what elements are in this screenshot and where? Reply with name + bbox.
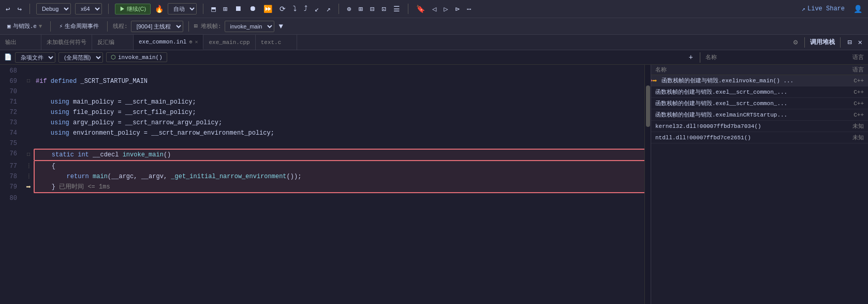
line-content-78: return main(__argc, __argv, _get_initial… [34, 171, 651, 182]
process-dropdown-icon: ▼ [39, 23, 42, 30]
toolbar-icon-16[interactable]: 🔖 [415, 5, 426, 13]
separator-2 [108, 4, 109, 14]
tab-exe-common-plus: ⊕ [189, 39, 192, 45]
live-share-button[interactable]: ↗ Live Share [802, 5, 845, 13]
auto-dropdown[interactable]: 自动 [168, 3, 197, 15]
thread-dropdown[interactable]: [9004] 主线程 [131, 21, 183, 32]
close-panel-icon[interactable]: ✕ [857, 38, 864, 47]
toolbar-icon-13[interactable]: ⊟ [369, 5, 376, 13]
toolbar-icon-11[interactable]: ⊕ [345, 5, 352, 13]
toolbar-icon-5[interactable]: ⏩ [262, 5, 274, 13]
call-stack-list: ➡ ➡ 函数栈帧的创建与销毁.exelinvoke_main() ... C++… [651, 75, 868, 304]
toolbar-icon-2[interactable]: ⊞ [222, 5, 229, 13]
method-breadcrumb[interactable]: ⬡ invoke_main() [106, 52, 167, 62]
toolbar-icon-3[interactable]: ⏹ [233, 5, 243, 13]
account-icon[interactable]: 👤 [852, 5, 864, 13]
stack-dropdown[interactable]: invoke_main [225, 21, 274, 32]
settings-icon[interactable]: ⚙ [792, 38, 799, 47]
gutter-80 [23, 193, 34, 204]
stack-item-2[interactable]: 函数栈帧的创建与销毁.exel__scrt_common_... C++ [651, 98, 868, 109]
toolbar-icon-8[interactable]: ⤴ [302, 5, 309, 13]
stack-item-1[interactable]: 函数栈帧的创建与销毁.exel__scrt_common_... C++ [651, 86, 868, 98]
debug-dropdown[interactable]: Debug [36, 3, 71, 15]
call-stack-title: 调用堆栈 [810, 38, 835, 47]
toolbar-icon-10[interactable]: ↗ [325, 5, 332, 13]
stack-item-4[interactable]: kernel32.dll!00007ffbd7ba7034() 未知 [651, 121, 868, 132]
process-item[interactable]: ▣ 与销毁.e ▼ [4, 21, 45, 31]
tab-no-symbols[interactable]: 未加载任何符号 [41, 35, 92, 50]
gutter-71 [23, 97, 34, 107]
redo-icon[interactable]: ↪ [16, 5, 23, 13]
line-num-80: 80 [0, 193, 23, 204]
live-share-icon: ↗ [802, 5, 805, 13]
line-num-78: 78 [0, 171, 23, 182]
toolbar-icon-19[interactable]: ⊳ [454, 5, 461, 13]
file-dropdown[interactable]: 杂项文件 [15, 52, 55, 63]
collapse-icon-69[interactable]: □ [27, 76, 30, 86]
toolbar-icon-15[interactable]: ☰ [392, 5, 402, 13]
tab-output[interactable]: 输出 [0, 35, 41, 50]
lifecycle-item[interactable]: ⚡ 生命周期事件 [56, 21, 102, 31]
stack-label-text: 堆栈帧: [201, 22, 222, 30]
tab-disasm[interactable]: 反汇编 [92, 35, 134, 50]
toolbar-icon-18[interactable]: ▷ [442, 5, 449, 13]
stack-item-name-5: ntdll.dll!00007ffbd7ce2651() [655, 135, 835, 141]
toolbar-icon-14[interactable]: ⊡ [380, 5, 387, 13]
table-row: 75 [0, 138, 651, 149]
process-icon: ▣ [7, 23, 11, 30]
toolbar-icon-12[interactable]: ⊞ [357, 5, 364, 13]
line-content-72: using file_policy = __scrt_file_policy; [34, 107, 651, 118]
table-row: 78 ┊ return main(__argc, __argv, _get_in… [0, 171, 651, 182]
line-content-73: using argv_policy = __scrt_narrow_argv_p… [34, 118, 651, 128]
table-row: 79 ➡ } 已用时间 <= 1ms [0, 182, 651, 193]
table-row: 68 [0, 66, 651, 76]
scrollbar-thumb[interactable] [646, 85, 650, 127]
line-num-71: 71 [0, 97, 23, 107]
tab-exe-main[interactable]: exe_main.cpp [203, 35, 255, 50]
fire-icon: 🔥 [155, 5, 164, 13]
tab-disasm-label: 反汇编 [97, 38, 114, 46]
tab-exe-common-close[interactable]: ✕ [195, 39, 198, 45]
toolbar-icon-17[interactable]: ◁ [431, 5, 438, 13]
arch-dropdown[interactable]: x64 [75, 3, 102, 15]
code-editor[interactable]: 68 69 □ #if defined _SCRT_STARTUP_MAIN 7… [0, 65, 651, 304]
line-num-73: 73 [0, 118, 23, 128]
scope-dropdown[interactable]: (全局范围) [58, 52, 103, 63]
line-num-69: 69 [0, 76, 23, 86]
breadcrumb-add-icon[interactable]: + [687, 53, 695, 62]
gutter-69: □ [23, 76, 34, 86]
stack-item-name-1: 函数栈帧的创建与销毁.exel__scrt_common_... [655, 88, 835, 96]
stack-item-3[interactable]: 函数栈帧的创建与销毁.exelmainCRTStartup... C++ [651, 109, 868, 121]
continue-button[interactable]: ▶ 继续(C) [115, 4, 151, 15]
tab-exe-common[interactable]: exe_common.inl ⊕ ✕ [134, 35, 203, 50]
stack-item-5[interactable]: ntdll.dll!00007ffbd7ce2651() 未知 [651, 132, 868, 143]
file-icon: 📄 [4, 53, 12, 61]
sep-s3 [188, 21, 189, 32]
tab-exe-main-label: exe_main.cpp [209, 39, 249, 46]
line-content-74: using environment_policy = __scrt_narrow… [34, 128, 651, 138]
gutter-75 [23, 138, 34, 149]
separator-3 [203, 4, 203, 14]
stack-item-0[interactable]: ➡ ➡ 函数栈帧的创建与销毁.exelinvoke_main() ... C++ [651, 75, 868, 86]
line-content-71: using main_policy = __scrt_main_policy; [34, 97, 651, 107]
line-content-77: { [34, 161, 651, 171]
pin-icon[interactable]: ⊟ [846, 38, 853, 47]
method-icon: ⬡ [111, 54, 116, 61]
tab-text-c[interactable]: text.c [256, 35, 297, 50]
tab-text-c-label: text.c [261, 39, 282, 46]
toolbar-icon-1[interactable]: ⬒ [210, 5, 217, 13]
editor-scrollbar[interactable] [644, 65, 651, 304]
toolbar-icon-4[interactable]: ⏺ [247, 5, 258, 13]
stack-expand-icon[interactable]: ▼ [277, 22, 285, 31]
collapse-icon-76[interactable]: □ [27, 150, 30, 160]
call-stack-columns: 名称 语言 [651, 65, 868, 75]
toolbar-icon-6[interactable]: ⟳ [278, 5, 287, 13]
stack-item-name-0: 函数栈帧的创建与销毁.exelinvoke_main() ... [661, 77, 835, 84]
undo-icon[interactable]: ↩ [4, 5, 11, 13]
toolbar-icon-20[interactable]: ⋯ [465, 5, 473, 13]
tab-output-label: 输出 [5, 38, 17, 46]
toolbar-icon-7[interactable]: ⤵ [291, 5, 298, 13]
call-stack-panel: 名称 语言 ➡ ➡ 函数栈帧的创建与销毁.exelinvoke_main() .… [651, 65, 868, 304]
red-arrow-indicator: ➡ [651, 75, 653, 88]
toolbar-icon-9[interactable]: ↙ [313, 5, 320, 13]
